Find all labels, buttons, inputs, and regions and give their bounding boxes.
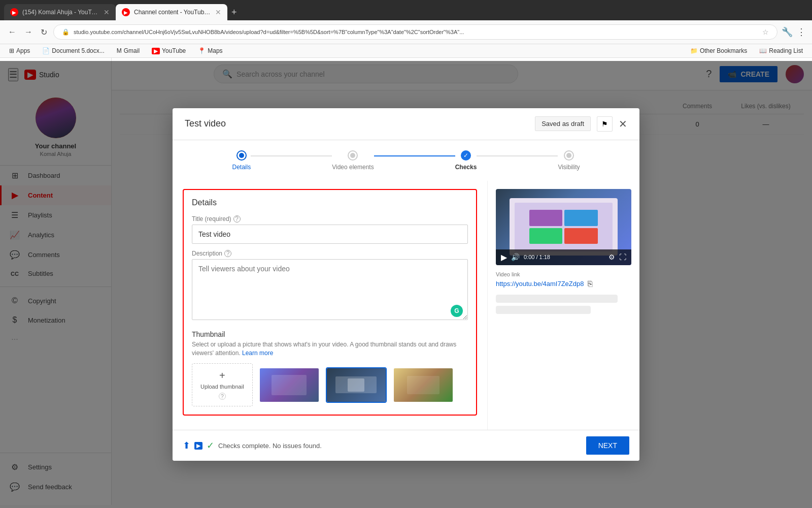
modal-left-panel: Details Title (required) ? Description <box>173 181 487 430</box>
bookmark-document[interactable]: 📄 Document 5.docx... <box>39 46 107 55</box>
description-field: Description ? G <box>192 250 468 322</box>
modal-footer: ⬆ ▶ ✓ Checks complete. No issues found. … <box>173 430 639 461</box>
extensions-icon[interactable]: 🔧 <box>782 26 793 38</box>
section-title: Details <box>192 198 468 207</box>
volume-button[interactable]: 🔊 <box>511 253 520 261</box>
bookmark-other[interactable]: 📁 Other Bookmarks <box>687 46 750 55</box>
upload-icon: + <box>219 370 225 382</box>
step-visibility[interactable]: Visibility <box>558 150 580 171</box>
footer-icons: ⬆ ▶ ✓ <box>183 440 214 451</box>
gmail-icon: M <box>117 47 122 54</box>
description-help-icon[interactable]: ? <box>224 250 231 257</box>
thumbnail-preview-2 <box>327 368 386 402</box>
play-button[interactable]: ▶ <box>501 252 507 262</box>
thumbnail-description: Select or upload a picture that shows wh… <box>192 340 468 358</box>
address-bar: ← → ↻ 🔒 studio.youtube.com/channel/UCoHn… <box>0 20 812 44</box>
url-bar[interactable]: 🔒 studio.youtube.com/channel/UCoHnj6oVjv… <box>53 24 777 40</box>
thumbnail-option-2[interactable] <box>326 367 387 403</box>
footer-status-text: Checks complete. No issues found. <box>218 442 322 450</box>
step-details[interactable]: Details <box>232 150 251 171</box>
apps-icon: ⊞ <box>9 47 14 54</box>
thumbnail-section: Thumbnail Select or upload a picture tha… <box>192 330 468 407</box>
bookmarks-bar: ⊞ Apps 📄 Document 5.docx... M Gmail ▶ Yo… <box>0 44 812 58</box>
video-settings-button[interactable]: ⚙ <box>608 253 615 261</box>
step-line-2 <box>374 155 455 156</box>
bookmark-icon[interactable]: ☆ <box>762 28 769 36</box>
video-link-label: Video link <box>496 271 631 277</box>
maps-icon: 📍 <box>198 47 206 54</box>
close-button[interactable]: ✕ <box>619 118 627 130</box>
fullscreen-button[interactable]: ⛶ <box>619 253 626 261</box>
thumbnail-preview-1 <box>260 368 319 402</box>
tab-youtube[interactable]: ▶ (154) Komal Ahuja - YouTube ✕ <box>4 4 116 20</box>
tab-favicon-youtube: ▶ <box>10 8 18 16</box>
modal-header: Test video Saved as draft ⚑ ✕ <box>173 108 639 140</box>
title-field: Title (required) ? <box>192 215 468 244</box>
tab-studio[interactable]: ▶ Channel content - YouTube St... ✕ <box>116 4 227 20</box>
tab-close-studio[interactable]: ✕ <box>215 8 221 16</box>
flag-button[interactable]: ⚑ <box>597 116 613 132</box>
bookmark-youtube[interactable]: ▶ YouTube <box>149 46 189 55</box>
step-line-1 <box>251 155 332 156</box>
step-circle-checks: ✓ <box>461 150 471 161</box>
doc-icon: 📄 <box>42 47 50 54</box>
description-textarea[interactable] <box>192 259 468 320</box>
back-button[interactable]: ← <box>6 25 18 39</box>
step-checks[interactable]: ✓ Checks <box>455 150 477 171</box>
step-circle-visibility <box>564 150 574 161</box>
modal-header-right: Saved as draft ⚑ ✕ <box>535 116 627 132</box>
video-url-link[interactable]: https://youtu.be/4amI7ZeZdp8 <box>496 280 584 288</box>
folder-icon: 📁 <box>690 47 698 54</box>
reload-button[interactable]: ↻ <box>39 25 49 39</box>
video-link-section: Video link https://youtu.be/4amI7ZeZdp8 … <box>496 271 631 289</box>
tab-close-youtube[interactable]: ✕ <box>104 8 110 16</box>
thumbnail-option-1[interactable] <box>259 367 320 403</box>
reading-list-icon: 📖 <box>759 47 767 54</box>
video-controls: ▶ 🔊 0:00 / 1:18 ⚙ ⛶ <box>496 249 631 265</box>
title-help-icon[interactable]: ? <box>233 215 241 223</box>
description-label: Description ? <box>192 250 468 257</box>
menu-icon[interactable]: ⋮ <box>797 26 806 38</box>
bookmark-gmail[interactable]: M Gmail <box>114 46 143 55</box>
details-section: Details Title (required) ? Description <box>183 189 477 416</box>
upload-status-icon: ⬆ <box>183 440 190 451</box>
thumbnail-title: Thumbnail <box>192 330 468 338</box>
browser-chrome: ▶ (154) Komal Ahuja - YouTube ✕ ▶ Channe… <box>0 0 812 58</box>
thumbnail-option-3[interactable] <box>393 367 454 403</box>
thumbnail-options: + Upload thumbnail ? <box>192 363 468 406</box>
new-tab-button[interactable]: + <box>227 5 241 20</box>
yt-bookmark-icon: ▶ <box>152 48 160 54</box>
step-label-visibility: Visibility <box>558 164 580 171</box>
url-text: studio.youtube.com/channel/UCoHnj6oVjv5S… <box>74 29 758 35</box>
bookmark-apps[interactable]: ⊞ Apps <box>6 46 33 55</box>
blurred-info-2 <box>496 306 591 314</box>
title-input[interactable] <box>192 225 468 244</box>
step-circle-details <box>236 150 247 161</box>
forward-button[interactable]: → <box>22 25 35 39</box>
modal-right-panel: ▶ 🔊 0:00 / 1:18 ⚙ ⛶ Video link https://y… <box>487 181 639 430</box>
upload-thumbnail-button[interactable]: + Upload thumbnail ? <box>192 363 253 406</box>
tab-title-studio: Channel content - YouTube St... <box>134 9 211 16</box>
step-label-checks: Checks <box>455 164 477 171</box>
step-video-elements[interactable]: Video elements <box>332 150 374 171</box>
bookmark-maps[interactable]: 📍 Maps <box>195 46 225 55</box>
video-link-row: https://youtu.be/4amI7ZeZdp8 ⎘ <box>496 279 631 289</box>
modal: Test video Saved as draft ⚑ ✕ Details <box>173 108 639 461</box>
modal-overlay[interactable]: Test video Saved as draft ⚑ ✕ Details <box>0 61 812 508</box>
next-button[interactable]: NEXT <box>586 436 629 455</box>
step-line-3 <box>477 155 558 156</box>
video-preview: ▶ 🔊 0:00 / 1:18 ⚙ ⛶ <box>496 189 631 265</box>
learn-more-link[interactable]: Learn more <box>242 350 273 357</box>
upload-text: Upload thumbnail <box>200 384 244 390</box>
modal-title: Test video <box>185 118 226 129</box>
title-label: Title (required) ? <box>192 215 468 223</box>
copy-link-button[interactable]: ⎘ <box>588 279 593 289</box>
step-circle-video-elements <box>348 150 358 161</box>
bookmark-reading-list[interactable]: 📖 Reading List <box>756 46 806 55</box>
grammarly-icon: G <box>451 305 463 317</box>
blurred-info-1 <box>496 295 618 303</box>
saved-as-draft-button[interactable]: Saved as draft <box>535 116 591 131</box>
step-label-details: Details <box>232 164 251 171</box>
step-label-video-elements: Video elements <box>332 164 374 171</box>
upload-help-icon[interactable]: ? <box>219 393 226 400</box>
